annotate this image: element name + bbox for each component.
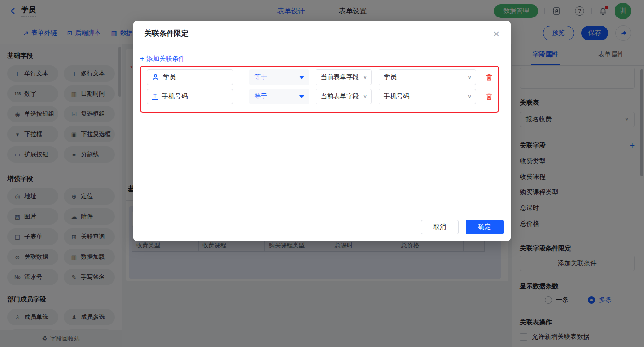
chevron-down-icon	[467, 94, 472, 99]
condition-row: 手机号码 等于 当前表单字段 手机号码	[147, 89, 493, 104]
operator-value: 等于	[254, 92, 267, 101]
confirm-button[interactable]: 确定	[466, 220, 504, 234]
close-icon[interactable]	[493, 28, 500, 40]
operator-select[interactable]: 等于	[249, 89, 309, 104]
text-field-icon	[152, 93, 158, 100]
highlight-box: 学员 等于 当前表单字段 学员	[140, 66, 499, 113]
delete-condition-icon[interactable]	[485, 93, 493, 101]
condition-modal: 关联条件限定 添加关联条件 学员	[133, 21, 511, 241]
delete-condition-icon[interactable]	[485, 74, 493, 81]
form-designer-app: 学员 表单设计 表单设置 数据管理 ?	[0, 0, 644, 347]
caret-down-icon	[299, 76, 304, 79]
target-field-select[interactable]: 手机号码	[379, 89, 476, 104]
source-type-value: 当前表单字段	[321, 73, 359, 81]
chevron-down-icon	[363, 94, 367, 99]
condition-field-input[interactable]: 学员	[147, 69, 233, 85]
source-type-select[interactable]: 当前表单字段	[316, 69, 372, 85]
caret-down-icon	[299, 95, 304, 98]
chevron-down-icon	[467, 74, 472, 80]
modal-footer: 取消 确定	[421, 220, 504, 234]
source-type-select[interactable]: 当前表单字段	[316, 89, 372, 104]
target-field-select[interactable]: 学员	[379, 69, 476, 85]
plus-icon	[140, 55, 144, 63]
condition-field-value: 手机号码	[162, 92, 188, 101]
add-condition-link-label: 添加关联条件	[146, 55, 185, 63]
operator-value: 等于	[254, 73, 267, 81]
condition-field-input[interactable]: 手机号码	[147, 89, 233, 104]
chevron-down-icon	[363, 74, 367, 80]
target-field-value: 手机号码	[384, 92, 409, 101]
condition-row: 学员 等于 当前表单字段 学员	[147, 69, 493, 85]
add-condition-link[interactable]: 添加关联条件	[140, 55, 185, 63]
target-field-value: 学员	[384, 73, 397, 81]
modal-title: 关联条件限定	[144, 29, 189, 39]
user-icon	[152, 74, 159, 81]
condition-field-value: 学员	[163, 73, 176, 81]
source-type-value: 当前表单字段	[321, 92, 359, 101]
cancel-button[interactable]: 取消	[421, 220, 459, 234]
modal-header: 关联条件限定	[133, 21, 511, 47]
operator-select[interactable]: 等于	[249, 69, 309, 85]
